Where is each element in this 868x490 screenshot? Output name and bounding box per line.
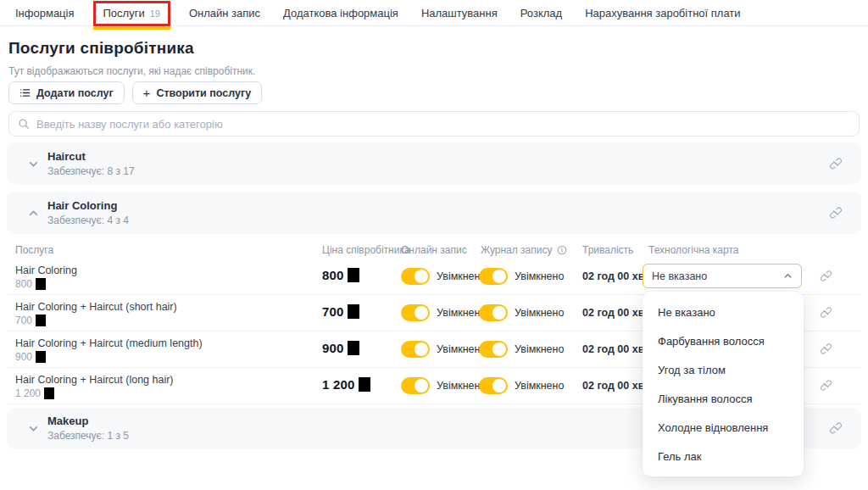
online-booking-toggle-group: Увімкнено [401,377,486,394]
category-info: Hair Coloring Забезпечує: 4 з 4 [47,199,129,226]
unlink-icon[interactable] [820,379,832,392]
service-name: Hair Coloring + Haircut (long hair) [15,374,174,386]
category-name: Haircut [47,150,135,163]
tab-services-count-badge: 19 [150,8,160,19]
chevron-down-icon[interactable] [28,159,39,170]
toggle-label: Увімкнено [515,270,564,282]
employee-price-value: 900 [322,341,344,355]
duration-value: 02 год 00 хв [582,270,644,282]
info-icon[interactable] [557,245,567,255]
col-header-journal: Журнал запису [481,244,567,256]
category-info: Makeup Забезпечує: 1 з 5 [47,415,129,442]
chevron-down-icon[interactable] [28,423,39,434]
journal-toggle-group: Увімкнено [479,377,564,394]
service-base-price: 1 200 [15,387,54,399]
unlink-icon[interactable] [820,270,832,282]
create-service-button[interactable]: + Створити послугу [132,81,263,104]
toggle-label: Увімкнено [515,343,564,355]
service-base-price-value: 800 [15,278,32,290]
employee-price-value: 800 [322,268,344,282]
employee-price: 700 [322,304,359,319]
redacted-currency [36,351,46,363]
tab-settings[interactable]: Налаштування [421,7,498,19]
service-base-price: 700 [15,315,46,326]
employee-price: 900 [322,341,359,355]
dropdown-option-not-specified[interactable]: Не вказано [643,298,804,326]
unlink-icon[interactable] [820,342,832,355]
journal-toggle[interactable] [479,377,508,394]
online-booking-toggle[interactable] [401,268,430,285]
tab-schedule[interactable]: Розклад [520,7,562,19]
employee-services-page: Інформація Послуги19 Онлайн запис Додатк… [0,0,868,490]
plus-icon: + [143,86,151,100]
search-input[interactable] [36,118,850,131]
tab-payroll[interactable]: Нарахування заробітної плати [585,7,740,19]
service-base-price: 900 [15,351,46,363]
dropdown-option-hair-treatment[interactable]: Лікування волосся [643,384,804,413]
journal-toggle-group: Увімкнено [479,304,564,321]
journal-toggle-group: Увімкнено [479,268,564,285]
create-service-label: Створити послугу [156,87,251,99]
tab-bar: Інформація Послуги19 Онлайн запис Додатк… [0,0,868,26]
tech-card-selected-value: Не вказано [652,270,707,282]
employee-price: 800 [322,268,359,282]
dropdown-option-hair-coloring[interactable]: Фарбування волосся [643,326,804,355]
journal-toggle[interactable] [479,341,508,358]
duration-value: 02 год 00 хв [582,343,644,355]
category-name: Makeup [47,415,129,427]
dropdown-option-cold-recovery[interactable]: Холодне відновлення [643,413,804,442]
journal-toggle[interactable] [479,268,508,285]
search-bar [8,111,860,136]
redacted-currency [348,341,359,355]
category-info: Haircut Забезпечує: 8 з 17 [47,150,135,177]
category-card-hair-coloring[interactable]: Hair Coloring Забезпечує: 4 з 4 [7,192,861,234]
unlink-icon[interactable] [829,157,843,170]
journal-toggle[interactable] [479,304,508,321]
category-provides: Забезпечує: 8 з 17 [47,165,135,177]
service-base-price: 800 [15,278,46,290]
unlink-icon[interactable] [829,206,843,220]
page-title: Послуги співробітника [8,39,194,58]
online-booking-toggle[interactable] [401,304,430,321]
tab-online-booking[interactable]: Онлайн запис [189,7,260,19]
add-service-button[interactable]: Додати послуг [8,81,125,104]
list-icon [19,87,31,98]
redacted-currency [44,387,54,399]
toolbar: Додати послуг + Створити послугу [8,81,262,104]
unlink-icon[interactable] [829,421,843,435]
tab-services-label: Послуги [103,7,145,19]
tab-services[interactable]: Послуги19 [93,1,170,26]
redacted-currency [348,304,359,319]
tab-information[interactable]: Інформація [15,7,75,19]
tech-card-dropdown: Не вказано Фарбування волосся Угод за ті… [643,292,804,476]
employee-price-value: 700 [322,304,344,319]
unlink-icon[interactable] [820,306,832,319]
chevron-up-icon [783,271,793,281]
online-booking-toggle-group: Увімкнено [401,341,486,358]
service-base-price-value: 900 [15,351,32,363]
service-base-price-value: 1 200 [15,387,41,399]
col-header-tech-card: Технологічна карта [648,244,738,256]
tech-card-select[interactable]: Не вказано [643,264,802,288]
service-name: Hair Coloring [15,264,77,276]
redacted-currency [36,278,46,290]
redacted-currency [36,315,46,326]
tab-additional-info[interactable]: Додаткова інформація [283,7,398,19]
col-header-duration: Тривалість [582,244,633,256]
col-header-price: Ціна співробітника [322,244,410,256]
dropdown-option-gel-polish[interactable]: Гель лак [643,442,804,471]
dropdown-option-body-care[interactable]: Угод за тілом [643,355,804,384]
add-service-label: Додати послуг [36,87,114,99]
col-header-service: Послуга [15,244,53,256]
online-booking-toggle[interactable] [401,341,430,358]
category-card-haircut[interactable]: Haircut Забезпечує: 8 з 17 [7,142,861,185]
toggle-label: Увімкнено [515,380,564,392]
online-booking-toggle-group: Увімкнено [401,304,486,321]
chevron-up-icon[interactable] [28,208,39,219]
service-base-price-value: 700 [15,315,32,326]
employee-price: 1 200 [322,377,370,392]
online-booking-toggle[interactable] [401,377,430,394]
category-provides: Забезпечує: 1 з 5 [47,430,129,442]
employee-price-value: 1 200 [322,377,355,392]
category-name: Hair Coloring [47,199,129,212]
